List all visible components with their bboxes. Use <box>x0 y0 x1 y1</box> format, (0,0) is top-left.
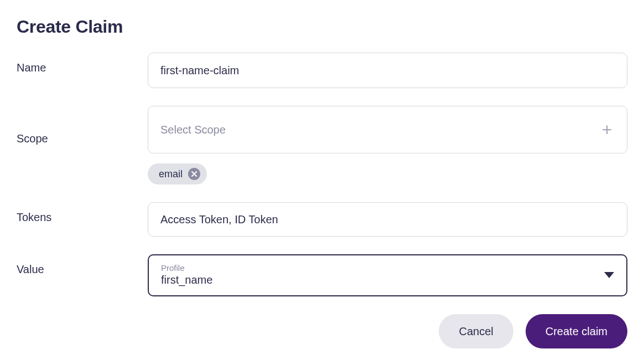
field-row-value: Value Profile first_name <box>17 254 627 296</box>
plus-icon: + <box>599 122 615 137</box>
field-row-scope: Scope Select Scope + email <box>17 106 627 184</box>
page-title: Create Claim <box>17 17 627 37</box>
tokens-label: Tokens <box>17 202 148 224</box>
scope-chip-row: email <box>148 163 627 184</box>
field-row-name: Name <box>17 53 627 88</box>
name-label: Name <box>17 53 148 74</box>
tokens-select[interactable]: Access Token, ID Token <box>148 202 627 237</box>
scope-chip-label: email <box>159 168 183 180</box>
create-claim-button[interactable]: Create claim <box>526 314 627 348</box>
value-label: Value <box>17 254 148 276</box>
name-input[interactable] <box>148 53 627 88</box>
chevron-down-icon <box>604 272 614 278</box>
scope-placeholder: Select Scope <box>160 124 226 136</box>
scope-label: Scope <box>17 106 148 145</box>
scope-select[interactable]: Select Scope + <box>148 106 627 153</box>
tokens-value: Access Token, ID Token <box>160 213 278 226</box>
value-selected: first_name <box>161 274 212 286</box>
cancel-button[interactable]: Cancel <box>439 314 513 348</box>
field-row-tokens: Tokens Access Token, ID Token <box>17 202 627 237</box>
close-icon[interactable] <box>188 168 200 180</box>
value-sublabel: Profile <box>161 263 212 273</box>
button-row: Cancel Create claim <box>17 314 627 348</box>
scope-chip-email: email <box>148 163 207 184</box>
create-claim-dialog: Create Claim Name Scope Select Scope + e… <box>17 17 627 348</box>
value-select[interactable]: Profile first_name <box>148 254 627 296</box>
